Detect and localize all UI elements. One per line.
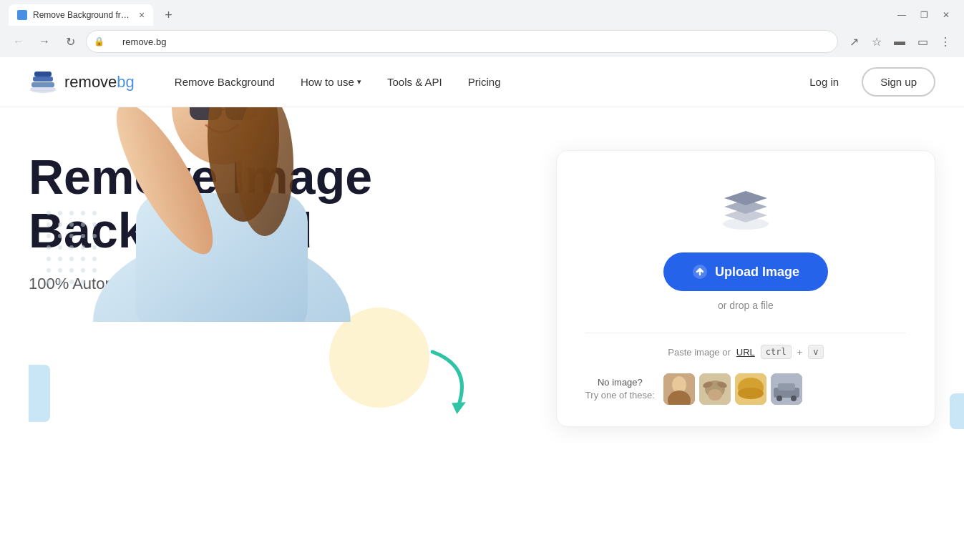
svg-point-26 bbox=[69, 257, 74, 261]
new-tab-btn[interactable]: + bbox=[159, 8, 178, 23]
signup-btn[interactable]: Sign up bbox=[862, 67, 935, 97]
hero-right: Upload Image or drop a file Paste image … bbox=[527, 150, 935, 427]
menu-btn[interactable]: ⋮ bbox=[935, 31, 955, 51]
svg-rect-1 bbox=[31, 82, 54, 87]
share-btn[interactable]: ↗ bbox=[844, 31, 864, 51]
drop-text: or drop a file bbox=[585, 300, 906, 311]
svg-point-29 bbox=[47, 268, 51, 272]
hero-image bbox=[79, 107, 365, 322]
bookmark-btn[interactable]: ☆ bbox=[867, 31, 887, 51]
nav-how-to-use[interactable]: How to use ▾ bbox=[289, 70, 373, 94]
kbd-v: v bbox=[808, 345, 823, 359]
svg-point-4 bbox=[47, 211, 51, 215]
nav-actions: Log in Sign up bbox=[795, 67, 935, 97]
url-link[interactable]: URL bbox=[736, 347, 755, 358]
upload-icon bbox=[692, 264, 708, 280]
minimize-btn[interactable]: — bbox=[892, 7, 912, 23]
svg-point-10 bbox=[58, 222, 62, 227]
logo-icon bbox=[29, 71, 57, 94]
nav-tools-api[interactable]: Tools & API bbox=[376, 70, 454, 94]
tab-close-btn[interactable]: × bbox=[139, 9, 145, 21]
sample-thumb-dog[interactable] bbox=[699, 373, 731, 405]
svg-rect-3 bbox=[34, 72, 52, 77]
browser-tab[interactable]: Remove Background from Image × bbox=[9, 4, 153, 26]
svg-point-9 bbox=[47, 222, 51, 227]
login-btn[interactable]: Log in bbox=[795, 70, 853, 94]
website: removebg Remove Background How to use ▾ … bbox=[0, 57, 964, 560]
kbd-ctrl: ctrl bbox=[761, 345, 792, 359]
svg-point-11 bbox=[69, 222, 74, 227]
window-controls: — ❐ ✕ bbox=[892, 7, 955, 23]
tab-favicon bbox=[17, 10, 27, 20]
svg-rect-2 bbox=[33, 77, 53, 82]
hero-left: Remove Image Background 100% Automatical… bbox=[29, 150, 527, 322]
svg-point-20 bbox=[58, 245, 62, 250]
main-nav: removebg Remove Background How to use ▾ … bbox=[0, 57, 964, 107]
svg-point-21 bbox=[69, 245, 74, 250]
svg-point-35 bbox=[58, 280, 62, 284]
svg-point-14 bbox=[47, 234, 51, 238]
svg-point-34 bbox=[47, 280, 51, 284]
url-text: remove.bg bbox=[109, 36, 166, 47]
address-bar-container: 🔒 remove.bg bbox=[86, 30, 838, 53]
chevron-down-icon: ▾ bbox=[357, 77, 361, 87]
address-bar[interactable]: 🔒 remove.bg bbox=[86, 30, 838, 53]
browser-chrome: Remove Background from Image × + — ❐ ✕ ←… bbox=[0, 0, 964, 57]
svg-point-19 bbox=[47, 245, 51, 250]
hero-section: Remove Image Background 100% Automatical… bbox=[0, 107, 964, 560]
nav-links: Remove Background How to use ▾ Tools & A… bbox=[163, 70, 795, 94]
svg-point-30 bbox=[58, 268, 62, 272]
svg-marker-55 bbox=[724, 191, 767, 205]
toolbar-icons: ↗ ☆ ▬ ▭ ⋮ bbox=[844, 31, 955, 51]
svg-point-5 bbox=[58, 211, 62, 215]
forward-btn[interactable]: → bbox=[34, 31, 54, 51]
paste-area: Paste image or URL ctrl + v bbox=[585, 333, 906, 359]
svg-point-72 bbox=[791, 396, 797, 401]
svg-point-24 bbox=[47, 257, 51, 261]
svg-point-25 bbox=[58, 257, 62, 261]
svg-point-71 bbox=[776, 396, 782, 401]
extensions-btn[interactable]: ▬ bbox=[890, 31, 910, 51]
svg-point-62 bbox=[708, 389, 722, 401]
split-btn[interactable]: ▭ bbox=[912, 31, 933, 51]
svg-point-15 bbox=[58, 234, 62, 238]
svg-point-67 bbox=[738, 388, 764, 399]
svg-point-6 bbox=[69, 211, 74, 215]
nav-pricing[interactable]: Pricing bbox=[457, 70, 512, 94]
sample-images-label: No image? Try one of these: bbox=[585, 376, 655, 402]
svg-point-16 bbox=[69, 234, 74, 238]
upload-btn[interactable]: Upload Image bbox=[663, 252, 828, 291]
back-btn[interactable]: ← bbox=[9, 31, 29, 51]
layers-icon bbox=[721, 187, 771, 230]
sample-thumb-car[interactable] bbox=[771, 373, 802, 405]
svg-rect-70 bbox=[778, 383, 795, 390]
svg-point-31 bbox=[69, 268, 74, 272]
close-btn[interactable]: ✕ bbox=[937, 7, 955, 23]
browser-toolbar: ← → ↻ 🔒 remove.bg ↗ ☆ ▬ ▭ ⋮ bbox=[0, 26, 964, 57]
logo[interactable]: removebg bbox=[29, 71, 135, 94]
sample-thumb-person[interactable] bbox=[663, 373, 695, 405]
logo-text: removebg bbox=[64, 73, 135, 92]
lock-icon: 🔒 bbox=[94, 36, 104, 46]
upload-card: Upload Image or drop a file Paste image … bbox=[556, 150, 935, 427]
sample-thumb-bread[interactable] bbox=[735, 373, 766, 405]
upload-icon-area bbox=[585, 187, 906, 232]
sample-images: No image? Try one of these: bbox=[585, 373, 906, 405]
reload-btn[interactable]: ↻ bbox=[60, 31, 80, 51]
left-accent bbox=[29, 365, 50, 422]
nav-remove-bg[interactable]: Remove Background bbox=[163, 70, 286, 94]
restore-btn[interactable]: ❐ bbox=[915, 7, 934, 23]
sample-thumbs bbox=[663, 373, 802, 405]
svg-point-36 bbox=[69, 280, 74, 284]
browser-title-bar: Remove Background from Image × + — ❐ ✕ bbox=[0, 0, 964, 26]
svg-marker-51 bbox=[449, 398, 466, 416]
woman-svg bbox=[79, 107, 365, 322]
right-accent bbox=[950, 393, 964, 429]
tab-title: Remove Background from Image bbox=[33, 10, 133, 20]
